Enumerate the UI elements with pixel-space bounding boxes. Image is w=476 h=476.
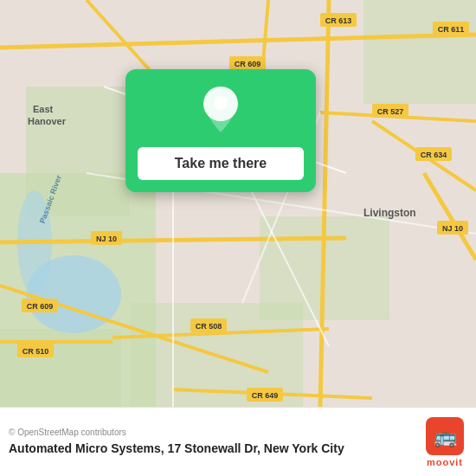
moovit-logo: 🚌 moovit bbox=[426, 417, 464, 467]
svg-point-53 bbox=[214, 96, 228, 110]
map-svg: CR 613 CR 611 CR 609 CR 527 CR 634 NJ 10… bbox=[0, 0, 476, 407]
svg-text:Livingston: Livingston bbox=[363, 207, 416, 219]
svg-text:East: East bbox=[33, 104, 54, 114]
location-card: Take me there bbox=[125, 69, 316, 192]
map-container: CR 613 CR 611 CR 609 CR 527 CR 634 NJ 10… bbox=[0, 0, 476, 407]
svg-text:NJ 10: NJ 10 bbox=[442, 224, 463, 233]
svg-text:🚌: 🚌 bbox=[434, 425, 458, 448]
place-name: Automated Micro Systems, 17 Stonewall Dr… bbox=[9, 441, 426, 456]
svg-text:CR 613: CR 613 bbox=[325, 16, 352, 25]
svg-text:Hanover: Hanover bbox=[28, 116, 67, 126]
moovit-text: moovit bbox=[427, 457, 463, 467]
moovit-icon-svg: 🚌 bbox=[426, 417, 464, 455]
bottom-info: © OpenStreetMap contributors Automated M… bbox=[9, 428, 426, 456]
svg-text:NJ 10: NJ 10 bbox=[96, 235, 117, 243]
bottom-bar: © OpenStreetMap contributors Automated M… bbox=[0, 407, 476, 476]
svg-text:CR 609: CR 609 bbox=[27, 302, 54, 311]
svg-text:CR 611: CR 611 bbox=[438, 25, 465, 34]
take-me-there-button[interactable]: Take me there bbox=[138, 147, 304, 180]
map-attribution: © OpenStreetMap contributors bbox=[9, 428, 426, 437]
svg-text:CR 609: CR 609 bbox=[235, 60, 261, 68]
svg-text:CR 508: CR 508 bbox=[196, 322, 222, 331]
svg-text:CR 510: CR 510 bbox=[23, 347, 49, 356]
pin-icon bbox=[199, 85, 242, 137]
svg-text:CR 527: CR 527 bbox=[377, 107, 404, 116]
svg-text:CR 634: CR 634 bbox=[421, 151, 447, 159]
svg-rect-4 bbox=[363, 0, 476, 104]
svg-text:CR 649: CR 649 bbox=[252, 391, 279, 400]
